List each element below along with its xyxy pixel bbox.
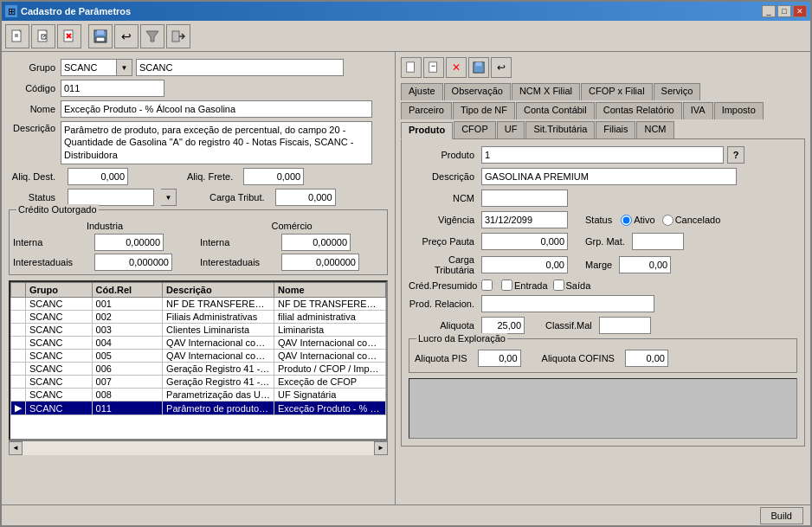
desc-row: Descrição xyxy=(409,168,797,185)
table-row[interactable]: SCANC 005 QAV Internacional com CFI QAV … xyxy=(11,350,386,363)
aliq-frete-input[interactable] xyxy=(243,168,304,185)
aliquota-pis-input[interactable] xyxy=(478,350,521,367)
radio-cancelado[interactable]: Cancelado xyxy=(662,215,721,226)
tab-servico[interactable]: Serviço xyxy=(654,83,701,100)
prod-relacion-input[interactable] xyxy=(481,295,654,312)
build-button[interactable]: Build xyxy=(760,507,803,524)
gray-area xyxy=(409,378,797,439)
delete-button[interactable] xyxy=(57,24,81,48)
tab-observacao[interactable]: Observação xyxy=(444,83,511,100)
grupo-label: Grupo xyxy=(9,62,61,73)
cell-grupo: SCANC xyxy=(26,324,93,337)
carga-tribut-input[interactable] xyxy=(275,189,336,206)
ncm-input[interactable] xyxy=(481,190,568,207)
filter-button[interactable] xyxy=(140,24,164,48)
table-row[interactable]: SCANC 001 NF DE TRANSFERENCIA NF DE TRAN… xyxy=(11,298,386,311)
cell-nome: Produto / CFOP / Imposto xyxy=(274,363,386,376)
tab-ncm[interactable]: NCM xyxy=(636,121,673,138)
row-arrow xyxy=(11,350,26,363)
interestaduais-ind-input[interactable] xyxy=(94,254,172,271)
marge-input[interactable] xyxy=(619,256,671,273)
tab-contas-relatorio[interactable]: Contas Relatório xyxy=(596,102,682,119)
aliq-dest-input[interactable] xyxy=(68,168,128,185)
tab-filiais[interactable]: Filiais xyxy=(596,121,635,138)
new-button[interactable] xyxy=(5,24,29,48)
tab-cfop[interactable]: CFOP xyxy=(454,121,496,138)
tab-uf[interactable]: UF xyxy=(497,121,525,138)
interestaduais-com-input[interactable] xyxy=(281,254,359,271)
row-arrow xyxy=(11,311,26,324)
scroll-right-button[interactable]: ► xyxy=(374,441,388,455)
scroll-track[interactable] xyxy=(23,441,374,455)
tab-imposto[interactable]: Imposto xyxy=(714,102,764,119)
horizontal-scrollbar: ◄ ► xyxy=(9,440,388,454)
cell-desc: Parâmetro de produto, pa xyxy=(163,402,274,415)
grupo-input1[interactable] xyxy=(61,59,117,76)
interna-com-input[interactable] xyxy=(281,234,351,251)
status-right-label: Status xyxy=(585,215,612,225)
check-entrada[interactable]: Entrada xyxy=(501,280,548,291)
status-input[interactable] xyxy=(68,189,154,206)
tab-tipo-nf[interactable]: Tipo de NF xyxy=(453,102,515,119)
cred-presumido-label: Créd.Presumido xyxy=(409,280,478,291)
aliquota-input[interactable] xyxy=(481,317,525,334)
aliquota-cofins-input[interactable] xyxy=(625,350,668,367)
cred-row: Créd.Presumido Entrada Saída xyxy=(409,280,797,291)
table-row[interactable]: SCANC 003 Clientes Liminarista Liminaris… xyxy=(11,324,386,337)
right-edit-button[interactable] xyxy=(423,57,444,78)
right-save-button[interactable] xyxy=(468,57,489,78)
left-panel: Grupo ▼ Código Nome Descrição xyxy=(2,52,396,505)
col-cod: Cód.Rel xyxy=(92,283,163,298)
table-row[interactable]: ▶ SCANC 011 Parâmetro de produto, pa Exc… xyxy=(11,402,386,415)
right-undo-button[interactable]: ↩ xyxy=(491,57,512,78)
cred-presumido-check[interactable] xyxy=(481,280,493,291)
produto-input[interactable] xyxy=(481,146,724,164)
tab-parceiro[interactable]: Parceiro xyxy=(401,102,452,119)
nome-input[interactable] xyxy=(61,100,372,118)
interestaduais-com-label: Interestaduais xyxy=(200,257,278,267)
cell-desc: Geração Registro 41 - Para xyxy=(163,363,274,376)
data-table: Grupo Cód.Rel Descrição Nome SCANC 001 N… xyxy=(10,282,386,415)
tab-produto[interactable]: Produto xyxy=(401,122,453,139)
grupo-input2[interactable] xyxy=(136,59,344,76)
maximize-button[interactable]: □ xyxy=(777,5,791,17)
table-row[interactable]: SCANC 004 QAV Internacional com CFI QAV … xyxy=(11,337,386,350)
table-row[interactable]: SCANC 006 Geração Registro 41 - Para Pro… xyxy=(11,363,386,376)
descricao-textarea[interactable] xyxy=(61,121,372,164)
save-button[interactable] xyxy=(88,24,113,48)
check-saida[interactable]: Saída xyxy=(553,280,591,291)
right-new-button[interactable] xyxy=(401,57,422,78)
table-row[interactable]: SCANC 002 Filiais Administrativas filial… xyxy=(11,311,386,324)
preco-pauta-input[interactable] xyxy=(481,233,568,250)
tab-sit-tributaria[interactable]: Sit.Tributária xyxy=(525,121,595,138)
vigencia-input[interactable] xyxy=(481,211,568,228)
codigo-input[interactable] xyxy=(61,80,164,97)
minimize-button[interactable]: _ xyxy=(762,5,776,17)
prod-relacion-row: Prod. Relacion. xyxy=(409,295,797,312)
scroll-left-button[interactable]: ◄ xyxy=(9,441,23,455)
table-row[interactable]: SCANC 008 Parametrização das Unidas UF S… xyxy=(11,389,386,402)
tab-iva[interactable]: IVA xyxy=(683,102,713,119)
undo-button[interactable]: ↩ xyxy=(114,24,139,48)
aliquota-label: Aliquota xyxy=(409,320,478,331)
grupo-combo-button[interactable]: ▼ xyxy=(117,59,132,76)
status-combo-button[interactable]: ▼ xyxy=(161,189,177,206)
tab-cfop-filial[interactable]: CFOP x Filial xyxy=(581,83,653,100)
produto-help-button[interactable]: ? xyxy=(727,146,744,164)
tab-ncm-filial[interactable]: NCM X Filial xyxy=(512,83,580,100)
radio-ativo[interactable]: Ativo xyxy=(621,215,654,226)
cell-desc: Clientes Liminarista xyxy=(163,324,274,337)
desc-input[interactable] xyxy=(481,168,737,185)
carga-trib-input[interactable] xyxy=(481,256,568,273)
table-row[interactable]: SCANC 007 Geração Registro 41 - Exc Exce… xyxy=(11,376,386,389)
interna-ind-input[interactable] xyxy=(94,234,164,251)
close-button[interactable]: ✕ xyxy=(793,5,807,17)
grp-mat-input[interactable] xyxy=(632,233,684,250)
cell-cod: 007 xyxy=(92,376,163,389)
right-delete-button[interactable]: ✕ xyxy=(446,57,467,78)
tab-conta-contabil[interactable]: Conta Contábil xyxy=(516,102,595,119)
classif-mal-input[interactable] xyxy=(599,317,651,334)
tab-ajuste[interactable]: Ajuste xyxy=(401,83,443,100)
edit-button[interactable] xyxy=(31,24,55,48)
exit-button[interactable] xyxy=(166,24,190,48)
